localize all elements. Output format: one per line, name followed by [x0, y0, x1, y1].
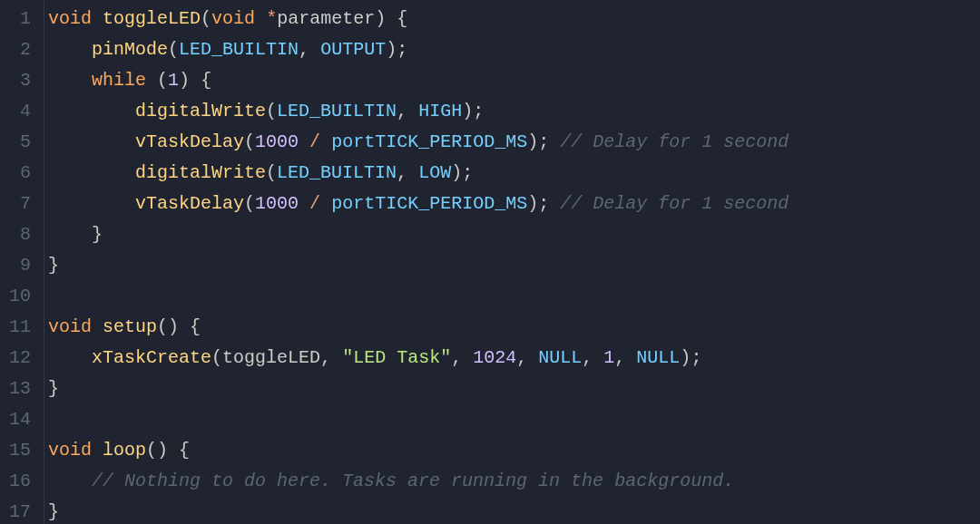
keyword-while: while: [92, 70, 146, 91]
code-line[interactable]: }: [44, 250, 980, 281]
line-number: 8: [9, 219, 31, 250]
code-line[interactable]: void loop() {: [44, 435, 980, 466]
line-number: 7: [9, 189, 31, 219]
param-parameter: parameter: [277, 8, 375, 29]
call-vTaskDelay: vTaskDelay: [135, 131, 244, 152]
comment-nothing: // Nothing to do here. Tasks are running…: [92, 471, 734, 491]
const-portTICK: portTICK_PERIOD_MS: [331, 131, 527, 152]
line-number: 6: [9, 158, 31, 189]
const-NULL: NULL: [538, 347, 582, 368]
const-OUTPUT: OUTPUT: [320, 39, 386, 60]
line-number: 10: [9, 281, 31, 312]
line-number: 13: [9, 374, 31, 404]
line-number: 1: [9, 4, 31, 34]
code-line[interactable]: pinMode(LED_BUILTIN, OUTPUT);: [44, 34, 980, 65]
line-number: 2: [9, 34, 31, 65]
line-number: 9: [9, 250, 31, 281]
line-number: 16: [9, 466, 31, 497]
line-number: 3: [9, 65, 31, 96]
code-line[interactable]: vTaskDelay(1000 / portTICK_PERIOD_MS); /…: [44, 127, 980, 158]
const-LED_BUILTIN: LED_BUILTIN: [179, 39, 299, 60]
code-line[interactable]: }: [44, 219, 980, 250]
code-line-blank[interactable]: [44, 404, 980, 435]
line-number: 5: [9, 127, 31, 158]
code-line[interactable]: }: [44, 497, 980, 524]
string-LED-Task: "LED Task": [342, 347, 451, 368]
code-line[interactable]: void setup() {: [44, 312, 980, 343]
call-digitalWrite: digitalWrite: [135, 101, 266, 121]
code-line[interactable]: xTaskCreate(toggleLED, "LED Task", 1024,…: [44, 343, 980, 374]
code-editor[interactable]: void toggleLED(void *parameter) { pinMod…: [44, 0, 980, 524]
comment-delay: // Delay for 1 second: [560, 131, 789, 152]
code-line[interactable]: digitalWrite(LED_BUILTIN, HIGH);: [44, 96, 980, 127]
code-line[interactable]: // Nothing to do here. Tasks are running…: [44, 466, 980, 497]
call-pinMode: pinMode: [92, 39, 168, 60]
line-number: 14: [9, 404, 31, 435]
code-line-blank[interactable]: [44, 281, 980, 312]
call-xTaskCreate: xTaskCreate: [92, 347, 211, 368]
line-number: 4: [9, 96, 31, 127]
keyword-void: void: [48, 8, 92, 29]
line-number-gutter: 1 2 3 4 5 6 7 8 9 10 11 12 13 14 15 16 1…: [0, 0, 44, 524]
line-number: 17: [9, 497, 31, 524]
const-HIGH: HIGH: [418, 101, 462, 121]
code-line[interactable]: vTaskDelay(1000 / portTICK_PERIOD_MS); /…: [44, 189, 980, 219]
line-number: 11: [9, 312, 31, 343]
code-line[interactable]: void toggleLED(void *parameter) {: [44, 4, 980, 34]
line-number: 15: [9, 435, 31, 466]
code-line[interactable]: while (1) {: [44, 65, 980, 96]
code-line[interactable]: }: [44, 374, 980, 404]
const-LOW: LOW: [418, 162, 451, 183]
function-def-loop: loop: [103, 440, 146, 461]
function-def-toggleLED: toggleLED: [103, 8, 201, 29]
line-number: 12: [9, 343, 31, 374]
function-def-setup: setup: [103, 316, 157, 337]
code-line[interactable]: digitalWrite(LED_BUILTIN, LOW);: [44, 158, 980, 189]
